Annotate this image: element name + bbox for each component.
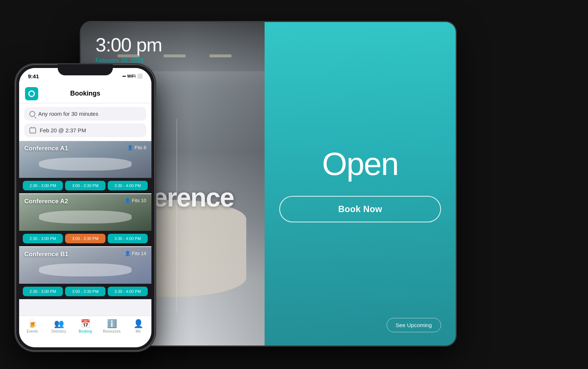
room-photo-a1: Conference A1 👤 Fits 8 (19, 141, 151, 178)
tab-booking[interactable]: 📅 Booking (72, 320, 98, 333)
person-icon-a2: 👤 (125, 198, 130, 203)
search-icon (29, 111, 35, 117)
search-text: Any room for 30 minutes (38, 111, 98, 117)
tab-directory-label: Directory (51, 329, 66, 333)
table-element (39, 158, 132, 171)
room-name-a2: Conference A2 (24, 198, 68, 205)
tab-resources[interactable]: ℹ️ Resources (98, 320, 125, 333)
logo-circle (28, 90, 35, 97)
resources-icon: ℹ️ (107, 320, 117, 328)
slot-a1-2[interactable]: 3:00 - 3:30 PM (65, 181, 105, 190)
tab-events-label: Events (27, 329, 38, 333)
slot-a2-2[interactable]: 3:00 - 3:30 PM (65, 234, 105, 243)
tab-resources-label: Resources (103, 329, 121, 333)
room-name-a1: Conference A1 (24, 145, 68, 152)
tab-me[interactable]: 👤 Me (125, 320, 151, 333)
signal-icon: ▪▪▪ (122, 74, 126, 78)
booking-icon: 📅 (80, 320, 90, 328)
slot-b1-3[interactable]: 3:30 - 4:00 PM (108, 287, 148, 296)
table-element-b1 (39, 264, 132, 276)
person-icon-a1: 👤 (127, 145, 133, 150)
slot-a2-3[interactable]: 3:30 - 4:00 PM (108, 234, 148, 243)
room-photo-a2: Conference A2 👤 Fits 10 (19, 194, 151, 231)
battery-icon: ⬜ (137, 74, 143, 79)
table-element-a2 (39, 211, 132, 223)
slot-b1-1[interactable]: 2:30 - 3:00 PM (23, 287, 63, 296)
room-slots-b1: 2:30 - 3:00 PM 3:00 - 3:30 PM 3:30 - 4:0… (19, 284, 151, 299)
directory-icon: 👥 (54, 320, 64, 328)
status-time: 9:41 (28, 73, 39, 79)
calendar-icon (29, 128, 36, 133)
room-card-conference-b1[interactable]: Conference B1 👤 Fits 14 2:30 - 3:00 PM 3… (19, 247, 151, 299)
tab-directory[interactable]: 👥 Directory (46, 320, 72, 333)
room-list: Conference A1 👤 Fits 8 2:30 - 3:00 PM 3:… (19, 141, 151, 316)
tablet-header: 3:00 pm February 20, 2018 (81, 22, 265, 71)
room-status-label: Open (322, 145, 398, 183)
tablet-date: February 20, 2018 (96, 57, 250, 64)
tab-events[interactable]: 🍺 Events (19, 320, 46, 333)
tablet-time: 3:00 pm (96, 34, 250, 56)
room-card-conference-a1[interactable]: Conference A1 👤 Fits 8 2:30 - 3:00 PM 3:… (19, 141, 151, 193)
phone-nav-bar: Bookings (19, 84, 151, 103)
phone-device: 9:41 ▪▪▪ WiFi ⬜ Bookings Any room for 30… (15, 64, 155, 351)
search-box[interactable]: Any room for 30 minutes (24, 107, 146, 121)
me-icon: 👤 (133, 320, 143, 328)
nav-title: Bookings (38, 90, 132, 97)
tab-bar: 🍺 Events 👥 Directory 📅 Booking ℹ️ Resour… (19, 316, 151, 347)
search-area: Any room for 30 minutes Feb 20 @ 2:37 PM (19, 103, 151, 141)
person-icon-b1: 👤 (125, 251, 130, 256)
date-filter-box[interactable]: Feb 20 @ 2:37 PM (24, 123, 146, 137)
see-upcoming-button[interactable]: See Upcoming (387, 318, 441, 332)
book-now-button[interactable]: Book Now (279, 196, 441, 222)
phone-notch (58, 64, 113, 75)
status-icons: ▪▪▪ WiFi ⬜ (122, 74, 143, 79)
tab-me-label: Me (136, 329, 141, 333)
phone-screen: 9:41 ▪▪▪ WiFi ⬜ Bookings Any room for 30… (19, 68, 151, 347)
date-filter-text: Feb 20 @ 2:37 PM (40, 127, 86, 133)
teal-content-area: Open Book Now (279, 145, 441, 222)
slot-a1-1[interactable]: 2:30 - 3:00 PM (23, 181, 63, 190)
app-logo (25, 87, 38, 100)
room-slots-a1: 2:30 - 3:00 PM 3:00 - 3:30 PM 3:30 - 4:0… (19, 178, 151, 193)
slot-b1-2[interactable]: 3:00 - 3:30 PM (65, 287, 105, 296)
tablet-teal-panel: Open Book Now See Upcoming (265, 22, 456, 345)
room-fits-a1: 👤 Fits 8 (127, 145, 146, 150)
room-fits-a2: 👤 Fits 10 (125, 198, 146, 203)
room-card-conference-a2[interactable]: Conference A2 👤 Fits 10 2:30 - 3:00 PM 3… (19, 194, 151, 246)
room-photo-b1: Conference B1 👤 Fits 14 (19, 247, 151, 284)
slot-a1-3[interactable]: 3:30 - 4:00 PM (108, 181, 148, 190)
slot-a2-1[interactable]: 2:30 - 3:00 PM (23, 234, 63, 243)
tab-booking-label: Booking (79, 329, 92, 333)
room-fits-b1: 👤 Fits 14 (125, 251, 146, 256)
room-name-b1: Conference B1 (24, 251, 68, 258)
room-slots-a2: 2:30 - 3:00 PM 3:00 - 3:30 PM 3:30 - 4:0… (19, 231, 151, 246)
wifi-icon: WiFi (127, 74, 136, 78)
events-icon: 🍺 (28, 320, 37, 328)
